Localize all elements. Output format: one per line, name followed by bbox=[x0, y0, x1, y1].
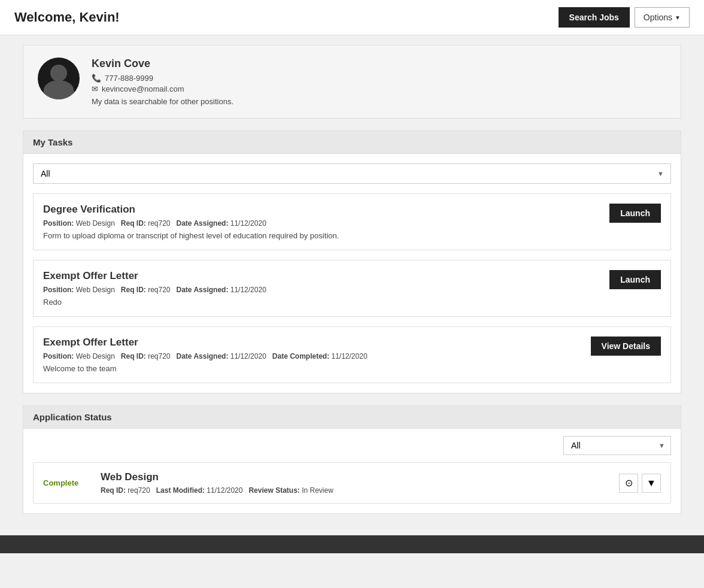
profile-name: Kevin Cove bbox=[92, 57, 666, 70]
bottom-bar bbox=[0, 535, 704, 553]
app-dropdown-button-0[interactable]: ▼ bbox=[642, 474, 661, 493]
task-meta-1: Position: Web Design Req ID: req720 Date… bbox=[43, 286, 266, 294]
avatar-body bbox=[44, 80, 74, 99]
task-content-0: Degree Verification Position: Web Design… bbox=[43, 204, 339, 240]
phone-number: 777-888-9999 bbox=[105, 74, 153, 83]
app-title-0: Web Design bbox=[101, 471, 609, 483]
task-action-0: Launch bbox=[609, 204, 661, 223]
options-chevron-icon: ▼ bbox=[675, 14, 681, 21]
task-action-1: Launch bbox=[609, 270, 661, 289]
main-content: Kevin Cove 📞 777-888-9999 ✉ kevincove@no… bbox=[11, 35, 693, 535]
task-launch-button-0[interactable]: Launch bbox=[609, 204, 661, 223]
application-status-section: Application Status All Complete In Progr… bbox=[23, 405, 681, 514]
phone-icon: 📞 bbox=[92, 74, 101, 83]
profile-card: Kevin Cove 📞 777-888-9999 ✉ kevincove@no… bbox=[23, 45, 681, 119]
profile-email: ✉ kevincove@nomail.com bbox=[92, 84, 666, 93]
task-title-1: Exempt Offer Letter bbox=[43, 270, 266, 282]
task-position-label-2: Position: bbox=[43, 352, 74, 360]
app-status-badge-0: Complete bbox=[43, 478, 91, 487]
app-review-status-label-0: Review Status: bbox=[248, 486, 299, 495]
task-reqid-label-0: Req ID: bbox=[121, 219, 146, 228]
task-action-2: View Details bbox=[591, 337, 661, 356]
task-desc-0: Form to upload diploma or transcript of … bbox=[43, 231, 339, 240]
app-circle-check-button-0[interactable]: ⊙ bbox=[619, 474, 638, 493]
profile-info: Kevin Cove 📞 777-888-9999 ✉ kevincove@no… bbox=[92, 57, 666, 106]
circle-check-icon: ⊙ bbox=[625, 477, 633, 489]
application-row-0: Complete Web Design Req ID: req720 Last … bbox=[33, 462, 671, 504]
app-info-0: Web Design Req ID: req720 Last Modified:… bbox=[101, 471, 609, 495]
avatar-head bbox=[50, 65, 67, 81]
email-icon: ✉ bbox=[92, 84, 98, 93]
task-reqid-label-1: Req ID: bbox=[121, 286, 146, 294]
task-reqid-label-2: Req ID: bbox=[121, 352, 146, 360]
options-label: Options bbox=[644, 13, 672, 22]
task-content-2: Exempt Offer Letter Position: Web Design… bbox=[43, 337, 368, 373]
my-tasks-section: My Tasks All Pending Completed Degree Ve… bbox=[23, 131, 681, 393]
dropdown-chevron-icon: ▼ bbox=[647, 478, 656, 489]
task-desc-2: Welcome to the team bbox=[43, 364, 368, 373]
app-last-modified-label-0: Last Modified: bbox=[156, 486, 205, 495]
task-launch-button-1[interactable]: Launch bbox=[609, 270, 661, 289]
task-position-label-0: Position: bbox=[43, 219, 74, 228]
my-tasks-body: All Pending Completed Degree Verificatio… bbox=[23, 154, 681, 393]
page-title: Welcome, Kevin! bbox=[14, 10, 120, 25]
task-view-details-button-2[interactable]: View Details bbox=[591, 337, 661, 356]
profile-searchable-text: My data is searchable for other position… bbox=[92, 97, 666, 106]
app-meta-0: Req ID: req720 Last Modified: 11/12/2020… bbox=[101, 486, 609, 495]
app-filter-select[interactable]: All Complete In Progress Pending bbox=[563, 436, 671, 455]
task-card-0: Degree Verification Position: Web Design… bbox=[33, 193, 671, 250]
task-date-completed-label-2: Date Completed: bbox=[272, 352, 329, 360]
tasks-filter-wrapper: All Pending Completed bbox=[33, 163, 671, 184]
task-title-2: Exempt Offer Letter bbox=[43, 337, 368, 348]
app-filter-wrapper: All Complete In Progress Pending bbox=[23, 429, 681, 462]
task-date-label-2: Date Assigned: bbox=[177, 352, 229, 360]
options-button[interactable]: Options ▼ bbox=[635, 7, 690, 28]
search-jobs-button[interactable]: Search Jobs bbox=[559, 7, 630, 28]
task-content-1: Exempt Offer Letter Position: Web Design… bbox=[43, 270, 266, 307]
task-card-1: Exempt Offer Letter Position: Web Design… bbox=[33, 260, 671, 317]
task-title-0: Degree Verification bbox=[43, 204, 339, 216]
task-card-2: Exempt Offer Letter Position: Web Design… bbox=[33, 326, 671, 383]
email-address: kevincove@nomail.com bbox=[102, 84, 184, 93]
task-meta-2: Position: Web Design Req ID: req720 Date… bbox=[43, 352, 368, 360]
tasks-filter-select[interactable]: All Pending Completed bbox=[33, 163, 671, 184]
profile-phone: 📞 777-888-9999 bbox=[92, 74, 666, 83]
app-actions-0: ⊙ ▼ bbox=[619, 474, 661, 493]
top-bar-actions: Search Jobs Options ▼ bbox=[559, 7, 690, 28]
task-date-label-1: Date Assigned: bbox=[177, 286, 229, 294]
task-meta-0: Position: Web Design Req ID: req720 Date… bbox=[43, 219, 339, 228]
task-position-label-1: Position: bbox=[43, 286, 74, 294]
app-filter-select-wrapper: All Complete In Progress Pending bbox=[563, 436, 671, 455]
top-bar: Welcome, Kevin! Search Jobs Options ▼ bbox=[0, 0, 704, 35]
my-tasks-header: My Tasks bbox=[23, 131, 681, 154]
task-date-label-0: Date Assigned: bbox=[177, 219, 229, 228]
app-reqid-label-0: Req ID: bbox=[101, 486, 126, 495]
task-desc-1: Redo bbox=[43, 298, 266, 307]
application-status-header: Application Status bbox=[23, 406, 681, 429]
avatar bbox=[38, 57, 80, 99]
